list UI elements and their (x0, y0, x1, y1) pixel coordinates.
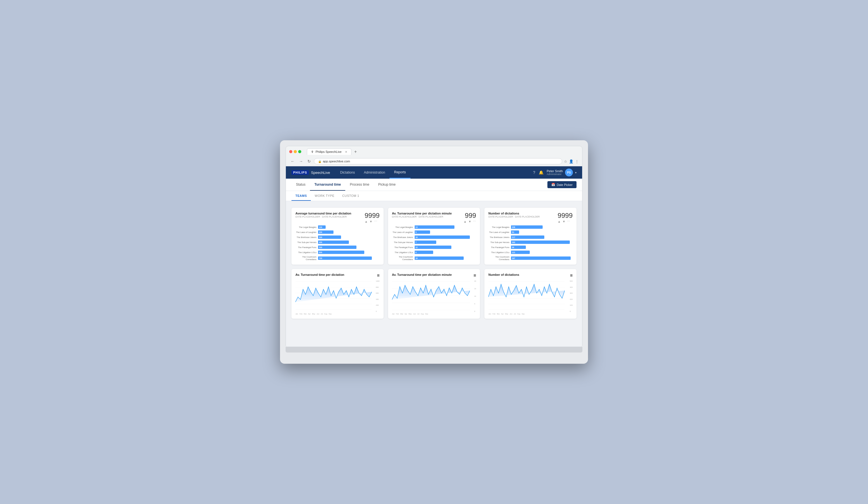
bar-label: The Paralegal Punx (392, 246, 413, 249)
sub-nav-process[interactable]: Process time (345, 179, 373, 191)
line-chart3-title: Number of dictations (488, 273, 519, 276)
line-chart1-menu-icon[interactable]: ≡ (377, 273, 379, 278)
sub-nav-turnaround[interactable]: Turnaround time (310, 179, 345, 191)
bar-fill: 500 (318, 246, 356, 249)
bar-row: The Litigation LOLs 121 (488, 250, 572, 254)
menu-icon[interactable]: ⋮ (575, 159, 579, 164)
calendar-icon: 📅 (551, 183, 555, 186)
bar-row: The Laws of Laughter 5 (392, 230, 476, 234)
bar-label: The Laws of Laughter (488, 231, 509, 234)
help-button[interactable]: ? (533, 170, 535, 175)
bar-fill: 16 (415, 257, 464, 260)
chart3-menu-icon[interactable]: ⋯ (567, 219, 570, 223)
tab-work-type[interactable]: WORK TYPE (311, 191, 338, 201)
bookmark-icon[interactable]: ☆ (564, 159, 567, 164)
reload-button[interactable]: ↻ (306, 158, 312, 164)
bar-fill: 7 (415, 240, 436, 244)
bar-fill: 387 (511, 257, 571, 260)
bar-value: 382 (512, 241, 515, 243)
bar-label: The Sub-par Heroes (488, 241, 509, 244)
chart2-up-icon[interactable]: ▲ (464, 220, 467, 223)
line-chart2-menu-icon[interactable]: ≡ (474, 273, 476, 278)
chart1-title: Average turnaround time per dictation (296, 212, 351, 215)
chart3-up-icon[interactable]: ▲ (558, 220, 561, 223)
forward-button[interactable]: → (298, 158, 304, 164)
bar-value: 16 (415, 257, 418, 259)
sub-nav-status[interactable]: Status (291, 179, 310, 191)
notifications-button[interactable]: 🔔 (539, 170, 544, 175)
bar-fill: 5 (415, 230, 430, 234)
bar-chart-1: Average turnaround time per dictation DA… (291, 208, 384, 265)
bar-value: 18 (415, 236, 418, 238)
chart1-up-icon[interactable]: ▲ (364, 220, 368, 223)
chart3-value: 9999 (558, 212, 572, 219)
back-button[interactable]: ← (289, 158, 296, 164)
nav-item-dictations[interactable]: Dictations (336, 166, 360, 179)
bar-container: 206 (511, 225, 572, 229)
bar-container: 100 (318, 225, 380, 229)
nav-item-administration[interactable]: Administration (359, 166, 390, 179)
bar-label: The Paralegal Punx (296, 246, 317, 249)
app-navbar: PHILIPS SpeechLive Dictations Administra… (286, 166, 582, 179)
chart1-subtitle: DATE-PLACEHOLDER · DATE-PLACEHOLDER (296, 215, 351, 218)
bar-container: 53 (511, 230, 572, 234)
line-chart2-svg (392, 280, 470, 311)
chart1-down-icon[interactable]: ▼ (369, 220, 372, 223)
bar-container: 12 (415, 246, 476, 249)
tab-favicon: 🎙 (311, 150, 314, 153)
laptop-bottom (286, 347, 582, 352)
bar-fill: 121 (511, 250, 529, 254)
bar-row: The Litigation LOLs 6 (392, 250, 476, 254)
brand: PHILIPS SpeechLive (291, 170, 330, 175)
tab-teams[interactable]: TEAMS (291, 191, 311, 201)
bar-value: 206 (512, 226, 515, 228)
profile-icon[interactable]: 👤 (569, 159, 574, 164)
line-chart3-x-labels: Jan Feb Mar Apr May Jun Jul Aug Sep (488, 313, 572, 315)
line-chart2-y-axis: 20151050 (474, 280, 476, 312)
bar-row: The Courtroom Comedians 16 (392, 256, 476, 261)
bar-row: The Sub-par Heroes 7 (392, 240, 476, 244)
user-name: Peter Smith (547, 169, 563, 173)
bar-container: 96 (511, 246, 572, 249)
bar-fill: 217 (511, 236, 544, 239)
tab-title: Philips SpeechLive (316, 150, 342, 153)
bar-row: The Laws of Laughter 200 (296, 230, 380, 234)
bar-container: 500 (318, 246, 380, 249)
bar-row: The Paralegal Punx 96 (488, 246, 572, 249)
sub-nav: Status Turnaround time Process time Pick… (286, 179, 582, 191)
line-chart3-menu-icon[interactable]: ≡ (570, 273, 572, 278)
user-dropdown-icon[interactable]: ▾ (575, 171, 577, 174)
bar-label: The Paralegal Punx (488, 246, 509, 249)
tab-custom-1[interactable]: CUSTOM 1 (338, 191, 363, 201)
line-chart1-svg (296, 280, 372, 311)
user-area[interactable]: Peter Smith Administrator PS ▾ (547, 168, 577, 176)
maximize-button[interactable] (298, 150, 301, 153)
tab-close-icon[interactable]: ✕ (345, 150, 347, 153)
bar-label: The Briefcase Jokers (488, 236, 509, 238)
tab-row: TEAMS WORK TYPE CUSTOM 1 (286, 191, 582, 201)
bar-charts-grid: Average turnaround time per dictation DA… (291, 208, 577, 265)
sub-nav-pickup[interactable]: Pickup time (374, 179, 400, 191)
bar-container: 13 (415, 225, 476, 229)
chart2-menu-icon[interactable]: ⋯ (473, 219, 476, 223)
bar-fill: 700 (318, 257, 372, 260)
bar-label: The Legal Beagles (488, 226, 509, 228)
date-picker-button[interactable]: 📅 Date Picker (547, 181, 577, 188)
chart2-down-icon[interactable]: ▼ (468, 220, 471, 223)
address-bar[interactable]: 🔒 app.speechlive.com (314, 158, 562, 164)
app-name: SpeechLive (311, 171, 330, 175)
bar-row: The Sub-par Heroes 382 (488, 240, 572, 244)
nav-item-reports[interactable]: Reports (390, 166, 410, 179)
minimize-button[interactable] (294, 150, 297, 153)
chart1-menu-icon[interactable]: ⋯ (374, 219, 377, 223)
chart2-value: 999 (464, 212, 476, 219)
browser-tab[interactable]: 🎙 Philips SpeechLive ✕ (307, 148, 351, 155)
new-tab-button[interactable]: + (352, 149, 359, 155)
bar-chart-2: Av. Turnaround time per dictation minute… (388, 208, 480, 265)
bar-label: The Litigation LOLs (296, 251, 317, 254)
bar-container: 387 (511, 257, 572, 260)
bar-container: 300 (318, 236, 380, 239)
user-avatar[interactable]: PS (565, 168, 573, 176)
chart3-down-icon[interactable]: ▼ (562, 220, 565, 223)
close-button[interactable] (289, 150, 292, 153)
